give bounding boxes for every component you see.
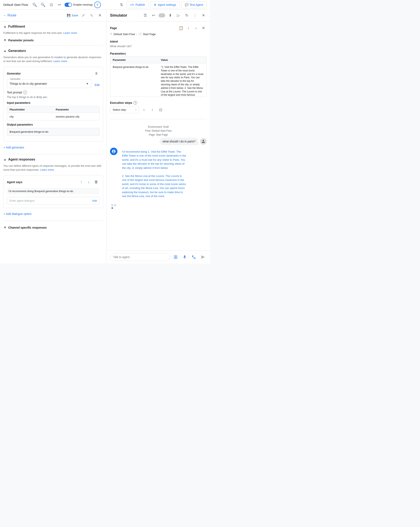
agent-settings-button[interactable]: ⚙ Agent settings (150, 1, 180, 8)
simulator-title: Simulator (110, 13, 140, 18)
close-button[interactable]: ✕ (97, 12, 103, 19)
user-avatar-small (200, 138, 207, 145)
generator-edit-link[interactable]: Edit (95, 83, 100, 87)
zoom-in-button[interactable]: 🔍 (31, 1, 38, 8)
agent-responses-title: Agent responses (8, 158, 35, 161)
minimap-switch[interactable]: ✓ (65, 3, 72, 7)
param-presets-title: Parameter presets (8, 39, 34, 42)
undo-button[interactable]: ↩ (56, 1, 63, 8)
save-button[interactable]: 💾 Save (67, 14, 78, 17)
simulator-header: Simulator ☰ ↩ ⬇ ▷ ↻ ⋮ ✕ (107, 10, 210, 21)
generator-delete-button[interactable]: 🗑 (93, 70, 100, 77)
mic-button[interactable] (181, 253, 188, 261)
exec-header: Execution steps ? (110, 101, 207, 105)
zoom-out-button[interactable]: 🔍 (40, 1, 46, 8)
enter-dialogue-input[interactable]: Enter agent dialogue Add (7, 197, 100, 205)
minimap-toggle[interactable]: ✓ Enable minimap (65, 3, 93, 7)
sim-page-nav: 📋 ‹ › ✕ (178, 25, 207, 31)
svg-point-2 (111, 207, 113, 209)
step-next-button[interactable]: › (149, 107, 156, 113)
params-table-header: Placeholder Parameter (7, 106, 99, 113)
text-prompt-value: The top 5 things to do in $city are: (7, 96, 100, 99)
sort-button[interactable]: ⇅ (118, 1, 125, 8)
generators-learn-more[interactable]: Learn more (53, 60, 67, 63)
agent-says-header: Agent says ↑ ↓ 🗑 (7, 179, 100, 186)
generators-section-header[interactable]: ▲ Generators (3, 49, 103, 53)
generators-title: Generators (8, 49, 26, 53)
placeholder-col-header: Placeholder (7, 106, 53, 113)
step-select[interactable]: Select step (110, 106, 139, 113)
sim-more-button[interactable]: ⋮ (192, 12, 198, 19)
chat-icon: 💬 (185, 3, 188, 6)
env-line3: Page: Start Page (110, 133, 207, 137)
add-generator-button[interactable]: + Add generator (3, 144, 24, 151)
page-next-button[interactable]: › (193, 25, 199, 31)
fulfillment-desc: Fulfillment is the agent response for th… (3, 31, 103, 35)
loading-indicator (110, 203, 118, 210)
user-message: what should I do in paris? (110, 138, 207, 145)
exec-info-icon[interactable]: ? (133, 101, 137, 105)
user-avatar[interactable]: F (94, 1, 101, 8)
generator-select[interactable]: Things to do in city generator (7, 79, 91, 88)
svg-rect-0 (111, 204, 113, 206)
add-dialogue-icon: + (3, 212, 5, 216)
send-arrow-button[interactable] (199, 253, 207, 261)
agent-bubble: I'd recommend doing 1. Visit the Eiffel … (119, 148, 190, 200)
fulfillment-learn-more[interactable]: Learn more (63, 31, 77, 34)
left-header: ← Route 💾 Save ⤢ ⤡ ✕ (0, 10, 107, 21)
fulfillment-chevron-icon: ▲ (3, 25, 7, 28)
save-label: Save (72, 14, 78, 17)
page-nav-icon: 📋 (178, 25, 184, 31)
generator-select-row: Generator Things to do in city generator… (7, 79, 100, 90)
generator-select-wrapper: Generator Things to do in city generator… (7, 79, 91, 90)
agent-says-delete-button[interactable]: 🗑 (93, 179, 100, 186)
sim-download-button[interactable]: ⬇ (167, 12, 173, 19)
test-agent-button[interactable]: 💬 Test Agent (181, 1, 207, 8)
page-close-button[interactable]: ✕ (200, 25, 207, 31)
add-dialogue-label: Add (92, 199, 97, 202)
sim-param-cell: $request.generative.things-to-do (110, 63, 158, 97)
step-prev-button[interactable]: ‹ (141, 107, 147, 113)
fit-screen-button[interactable]: ⊡ (48, 1, 54, 8)
enter-dialogue-placeholder: Enter agent dialogue (10, 199, 34, 202)
page-prev-button[interactable]: ‹ (185, 25, 192, 31)
agent-responses-learn-more[interactable]: Learn more (40, 168, 54, 171)
sim-menu-button[interactable]: ☰ (142, 12, 149, 19)
sim-undo-button[interactable]: ↩ (150, 12, 157, 19)
agent-says-up-button[interactable]: ↑ (78, 179, 85, 186)
sim-intent-section: Intent What should I do? (110, 40, 207, 48)
text-prompt-info-icon[interactable]: i (23, 90, 27, 94)
left-content: ▲ Fulfillment Fulfillment is the agent r… (0, 21, 107, 264)
placeholder-cell: city (7, 113, 53, 120)
chat-send-button[interactable] (172, 253, 179, 261)
chat-area: what should I do in paris? I'd recommend… (107, 138, 210, 251)
agent-responses-header[interactable]: ▲ Agent responses (3, 158, 103, 161)
sim-intent-label: Intent (110, 40, 207, 43)
publish-button[interactable]: </> Publish (127, 1, 149, 8)
sim-refresh-button[interactable]: ↻ (183, 12, 190, 19)
sim-play-button[interactable]: ▷ (175, 12, 182, 19)
channel-specific-header[interactable]: ▼ Channel specific responses (3, 224, 103, 231)
sim-flow-name: Default Start Flow (114, 33, 135, 36)
phone-button[interactable] (190, 253, 198, 261)
agent-says-down-button[interactable]: ↓ (86, 179, 92, 186)
input-params-table: Placeholder Parameter city session.param… (7, 106, 100, 121)
sim-close-button[interactable]: ✕ (200, 12, 207, 19)
fulfillment-section-header[interactable]: ▲ Fulfillment (3, 25, 103, 28)
chat-input[interactable] (110, 253, 170, 261)
chat-input-area (107, 250, 210, 264)
back-button[interactable]: ← Route (3, 13, 16, 17)
add-dialogue-button[interactable]: + Add dialogue option (3, 210, 32, 217)
generator-card-title: Generator (7, 72, 93, 75)
param-presets-header[interactable]: ▼ Parameter presets (3, 38, 103, 42)
sim-execution-section: Execution steps ? Select step ‹ › ⊡ (110, 101, 207, 113)
sim-params-table: Parameter Value $request.generative.thin… (110, 56, 207, 97)
step-focus-button[interactable]: ⊡ (157, 107, 164, 113)
page-doc-icon: 📄 (138, 33, 142, 36)
divider-2 (3, 154, 103, 154)
app-title: Default Start Flow (3, 3, 28, 6)
resize-button[interactable]: ⤡ (88, 12, 95, 19)
fullscreen-button[interactable]: ⤢ (80, 12, 86, 19)
agent-says-controls: ↑ ↓ 🗑 (78, 179, 100, 186)
sim-toggle[interactable] (159, 13, 165, 17)
